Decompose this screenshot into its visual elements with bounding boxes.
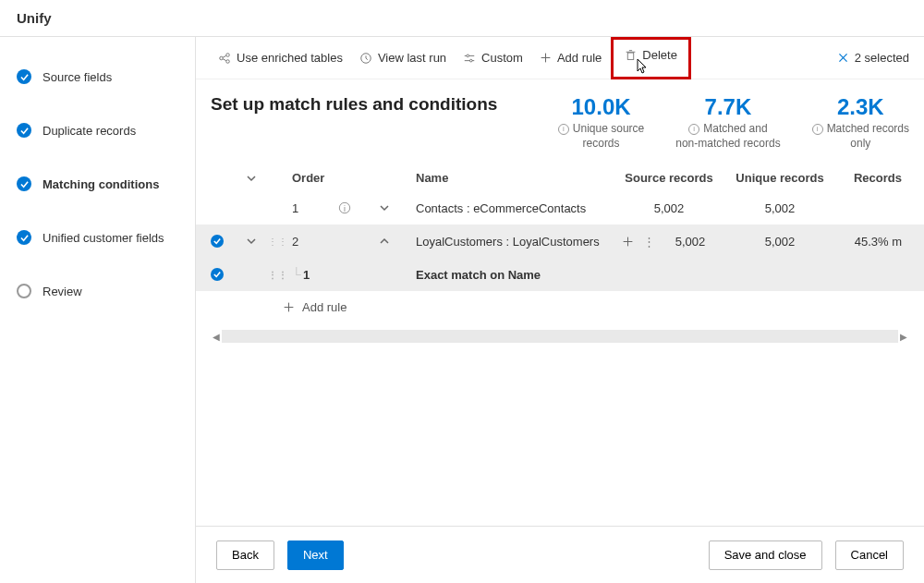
info-icon[interactable]: i (333, 201, 357, 214)
svg-rect-12 (628, 53, 635, 59)
selection-count[interactable]: 2 selected (837, 51, 909, 65)
svg-point-0 (220, 56, 224, 60)
scroll-left-icon[interactable]: ◀ (211, 330, 222, 343)
col-name[interactable]: Name (412, 171, 614, 185)
custom-button[interactable]: Custom (456, 45, 530, 70)
toolbar: Use enriched tables View last run Custom… (196, 37, 924, 79)
stat-matched-only: 2.3K iMatched recordsonly (812, 94, 909, 151)
plus-icon (540, 52, 552, 64)
step-matching-conditions[interactable]: Matching conditions (0, 170, 195, 198)
add-rule-button[interactable]: Add rule (532, 45, 609, 70)
svg-line-3 (223, 55, 226, 57)
plus-icon (283, 301, 295, 313)
table-header: Order Name Source records Unique records… (196, 165, 924, 191)
match-table: Order Name Source records Unique records… (196, 165, 924, 344)
chevron-up-icon[interactable] (357, 236, 412, 247)
check-icon (17, 69, 31, 84)
tree-line-icon: └ (292, 267, 301, 282)
step-duplicate-records[interactable]: Duplicate records (0, 116, 195, 144)
expand-all-chevron[interactable] (235, 173, 268, 184)
horizontal-scrollbar[interactable]: ◀ ▶ (211, 329, 909, 344)
sliders-icon (463, 52, 476, 65)
svg-point-9 (470, 59, 473, 62)
wizard-sidebar: Source fields Duplicate records Matching… (0, 37, 196, 583)
stats-row: 10.0K iUnique sourcerecords 7.7K iMatche… (558, 94, 909, 151)
step-label: Unified customer fields (43, 231, 164, 245)
svg-point-2 (226, 59, 230, 63)
next-button[interactable]: Next (287, 540, 344, 570)
check-icon (17, 123, 31, 138)
check-icon (17, 176, 31, 191)
view-last-run-button[interactable]: View last run (352, 45, 454, 70)
x-icon (837, 52, 849, 64)
table-subrow[interactable]: ⋮⋮ └1 Exact match on Name (196, 258, 924, 291)
more-icon[interactable]: ⋮ (641, 235, 656, 249)
svg-line-4 (223, 58, 226, 60)
svg-point-8 (467, 55, 469, 57)
step-label: Review (43, 285, 82, 298)
step-label: Source fields (43, 70, 112, 84)
step-source-fields[interactable]: Source fields (0, 63, 195, 91)
check-icon (17, 230, 31, 245)
plus-icon[interactable] (614, 232, 641, 250)
step-unified-fields[interactable]: Unified customer fields (0, 224, 195, 251)
history-icon (359, 52, 372, 65)
add-rule-link[interactable]: Add rule (196, 291, 924, 323)
table-row[interactable]: 1 i Contacts : eCommerceContacts 5,002 5… (196, 191, 924, 225)
col-source[interactable]: Source records (614, 171, 724, 185)
col-order[interactable]: Order (286, 171, 333, 185)
stat-unique-source: 10.0K iUnique sourcerecords (558, 94, 644, 151)
drag-handle-icon[interactable]: ⋮⋮ (268, 239, 286, 244)
back-button[interactable]: Back (216, 540, 274, 570)
wizard-footer: Back Next Save and close Cancel (196, 526, 924, 583)
chevron-down-icon[interactable] (357, 202, 412, 213)
info-icon[interactable]: i (558, 124, 569, 135)
save-close-button[interactable]: Save and close (709, 540, 822, 570)
checked-icon[interactable] (211, 268, 224, 281)
checked-icon[interactable] (211, 235, 224, 248)
circle-icon (17, 284, 31, 298)
col-unique[interactable]: Unique records (724, 171, 835, 185)
cursor-icon (634, 58, 649, 77)
share-icon (218, 52, 231, 65)
step-review[interactable]: Review (0, 277, 195, 305)
chevron-down-icon[interactable] (235, 236, 268, 247)
drag-handle-icon[interactable]: ⋮⋮ (268, 273, 286, 277)
svg-point-1 (226, 53, 230, 56)
info-icon[interactable]: i (688, 124, 699, 135)
app-header: Unify (0, 0, 924, 37)
app-title: Unify (17, 10, 52, 26)
col-records[interactable]: Records (835, 171, 909, 185)
stat-matched-nonmatched: 7.7K iMatched andnon-matched records (675, 94, 780, 151)
step-label: Matching conditions (43, 177, 159, 191)
enriched-tables-button[interactable]: Use enriched tables (211, 45, 350, 70)
table-row[interactable]: ⋮⋮ 2 LoyalCustomers : LoyalCustomers ⋮ 5… (196, 225, 924, 258)
scroll-right-icon[interactable]: ▶ (898, 330, 909, 343)
cancel-button[interactable]: Cancel (835, 540, 904, 570)
page-title: Set up match rules and conditions (211, 94, 558, 115)
delete-highlight-box: Delete (611, 37, 691, 79)
info-icon[interactable]: i (812, 124, 823, 135)
svg-text:i: i (344, 204, 346, 213)
step-label: Duplicate records (43, 124, 136, 138)
delete-button[interactable]: Delete (617, 43, 685, 67)
